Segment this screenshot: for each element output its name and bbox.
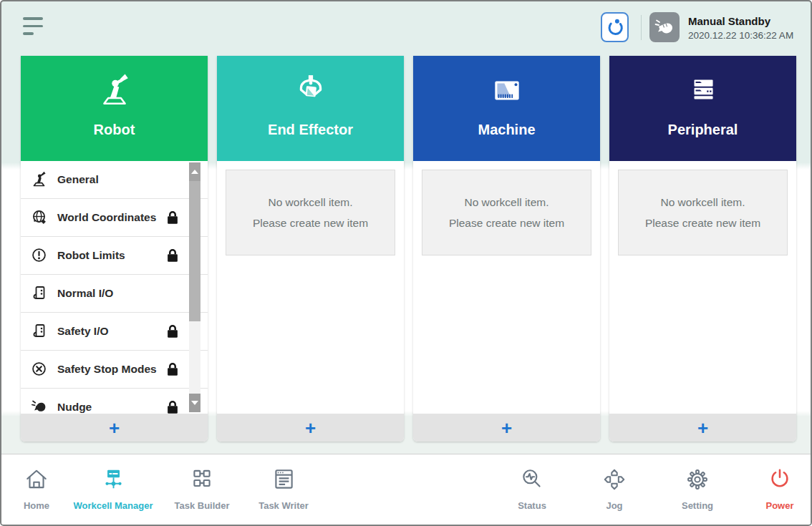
empty-line-1: No workcell item.	[465, 192, 549, 213]
manual-mode-button[interactable]	[649, 12, 680, 42]
robot-item-label: Normal I/O	[57, 287, 113, 300]
io-icon	[31, 323, 48, 340]
peripheral-add-button[interactable]: +	[609, 414, 796, 442]
nudge-icon	[31, 399, 48, 414]
robot-item-safety-io[interactable]: Safety I/O	[21, 313, 208, 351]
nav-workcell-manager[interactable]: Workcell Manager	[67, 463, 160, 511]
peripheral-empty-state: No workcell item. Please create new item	[618, 170, 788, 255]
workcell-manager-icon	[67, 463, 160, 496]
empty-line-1: No workcell item.	[661, 192, 745, 213]
end-effector-column-header[interactable]: End Effector	[217, 56, 404, 161]
machine-column-header[interactable]: Machine	[413, 56, 600, 161]
scroll-up-icon[interactable]	[189, 162, 200, 181]
workcell-manager-screen: Manual Standby 2020.12.22 10:36:22 AM Ro…	[0, 0, 812, 526]
nav-jog[interactable]: Jog	[568, 463, 661, 511]
robot-list-scrollbar[interactable]	[189, 162, 200, 412]
lock-icon	[166, 210, 179, 225]
robot-column: Robot General	[21, 56, 208, 442]
task-writer-icon	[237, 463, 330, 496]
robot-add-button[interactable]: +	[21, 414, 208, 442]
lock-icon	[166, 248, 179, 263]
gripper-tool-button[interactable]	[601, 12, 629, 42]
bottom-nav-bar: Home Workcell Manager	[1, 454, 811, 525]
power-icon	[733, 463, 812, 496]
robot-item-label: Safety I/O	[57, 325, 109, 338]
task-builder-icon	[155, 463, 248, 496]
io-icon	[31, 285, 48, 302]
empty-line-2: Please create new item	[449, 213, 564, 233]
empty-line-2: Please create new item	[253, 213, 368, 233]
robot-item-world-coordinates[interactable]: World Coordinates	[21, 199, 208, 237]
robot-item-label: Safety Stop Modes	[57, 363, 157, 376]
peripheral-icon	[685, 73, 721, 109]
robot-item-general[interactable]: General	[21, 161, 208, 199]
safety-stop-icon	[31, 361, 48, 378]
manual-hand-icon	[654, 16, 675, 38]
scrollbar-thumb[interactable]	[189, 181, 200, 321]
general-icon	[31, 171, 48, 188]
robot-item-nudge[interactable]: Nudge	[21, 389, 208, 414]
status-icon	[485, 463, 579, 496]
hamburger-icon[interactable]	[23, 17, 44, 36]
robot-column-title: Robot	[94, 122, 135, 138]
end-effector-column-title: End Effector	[268, 122, 353, 138]
robot-item-list: General World Coordinates	[21, 161, 208, 414]
machine-column: Machine No workcell item. Please create …	[413, 56, 600, 442]
peripheral-column-header[interactable]: Peripheral	[609, 56, 796, 161]
jog-icon	[568, 463, 661, 496]
machine-empty-state: No workcell item. Please create new item	[422, 170, 591, 255]
robot-item-safety-stop-modes[interactable]: Safety Stop Modes	[21, 351, 208, 389]
robot-column-header[interactable]: Robot	[21, 56, 208, 161]
peripheral-column-title: Peripheral	[668, 122, 738, 138]
robot-item-label: World Coordinates	[57, 211, 156, 224]
robot-item-normal-io[interactable]: Normal I/O	[21, 275, 208, 313]
machine-add-button[interactable]: +	[413, 414, 600, 442]
gripper-box-icon	[293, 73, 329, 109]
world-coordinates-icon	[31, 209, 48, 226]
nav-setting[interactable]: Setting	[651, 463, 744, 511]
robot-status-label: Manual Standby	[688, 15, 793, 27]
end-effector-empty-state: No workcell item. Please create new item	[226, 170, 395, 255]
nav-status[interactable]: Status	[485, 463, 579, 511]
status-datetime: 2020.12.22 10:36:22 AM	[688, 30, 793, 41]
nav-power[interactable]: Power	[733, 463, 812, 511]
robot-item-label: Nudge	[57, 401, 92, 414]
gripper-tool-icon	[605, 17, 625, 37]
robot-item-robot-limits[interactable]: Robot Limits	[21, 237, 208, 275]
top-bar: Manual Standby 2020.12.22 10:36:22 AM	[1, 1, 811, 54]
lock-icon	[166, 400, 179, 414]
end-effector-add-button[interactable]: +	[217, 414, 404, 442]
nav-task-writer[interactable]: Task Writer	[237, 463, 330, 511]
empty-line-1: No workcell item.	[269, 192, 353, 213]
topbar-divider	[641, 15, 642, 40]
machine-column-title: Machine	[478, 122, 535, 138]
robot-arm-icon	[97, 73, 132, 109]
nav-task-builder[interactable]: Task Builder	[155, 463, 248, 511]
robot-item-label: General	[57, 173, 99, 186]
machine-icon	[489, 73, 525, 109]
setting-icon	[651, 463, 744, 496]
robot-item-label: Robot Limits	[57, 249, 125, 262]
lock-icon	[166, 362, 179, 376]
robot-limits-icon	[31, 247, 48, 264]
peripheral-column: Peripheral No workcell item. Please crea…	[609, 56, 796, 442]
end-effector-column: End Effector No workcell item. Please cr…	[217, 56, 404, 442]
lock-icon	[166, 324, 179, 339]
empty-line-2: Please create new item	[645, 213, 760, 233]
scroll-down-icon[interactable]	[189, 394, 200, 412]
